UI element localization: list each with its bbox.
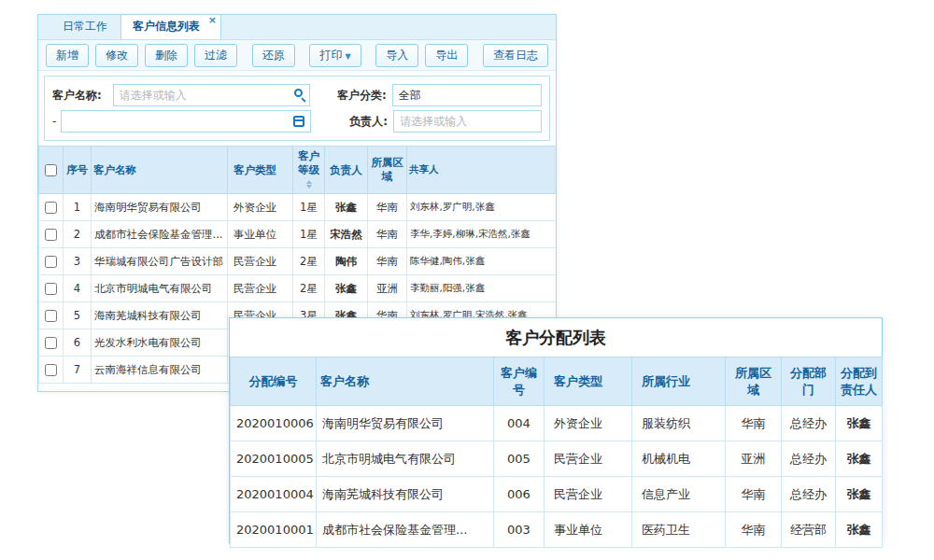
sort-icon[interactable]: [306, 180, 312, 189]
customer-no: 003: [494, 512, 545, 548]
table-header-row: 分配编号 客户名称 客户编号 客户类型 所属行业 所属区域 分配部门 分配到责任…: [231, 357, 883, 406]
customer-name-link[interactable]: 云南海祥信息有限公司: [92, 357, 228, 384]
customer-level: 1星: [293, 194, 325, 221]
checkbox-cell: [39, 329, 64, 357]
alloc-no-link[interactable]: 2020010001: [231, 512, 317, 548]
restore-button[interactable]: 还原: [252, 44, 295, 67]
customer-no: 005: [494, 441, 545, 477]
header-industry: 所属行业: [632, 357, 726, 406]
table-row: 2020010005 北京市明城电气有限公司 005 民营企业 机械机电 亚洲 …: [231, 441, 883, 477]
calendar-icon[interactable]: [293, 116, 304, 127]
toolbar: 新增 修改 删除 过滤 还原 打印▼ 导入 导出 查看日志: [38, 40, 556, 71]
date-input[interactable]: [61, 110, 311, 133]
customer-no: 006: [494, 477, 545, 512]
add-button[interactable]: 新增: [46, 44, 89, 67]
owner-input[interactable]: [393, 110, 542, 133]
owner-link[interactable]: 张鑫: [325, 275, 368, 302]
region: 华南: [726, 406, 782, 441]
close-icon[interactable]: ×: [208, 15, 217, 25]
row-number: 1: [64, 194, 92, 221]
checkbox-cell: [39, 275, 64, 302]
view-log-button[interactable]: 查看日志: [483, 44, 548, 67]
page: 日常工作 客户信息列表 × 新增 修改 删除 过滤 还原 打印▼ 导入 导出 查…: [0, 0, 934, 560]
alloc-no-link[interactable]: 2020010004: [231, 477, 317, 512]
shared-people: 刘东林,罗广明,张鑫: [407, 194, 557, 221]
alloc-no-link[interactable]: 2020010006: [231, 406, 317, 441]
category-select[interactable]: 全部: [392, 84, 542, 106]
table-row: 3 华瑞城有限公司广告设计部 民营企业 2星 陶伟 华南 陈华健,陶伟,张鑫: [39, 248, 557, 275]
tab-label: 日常工作: [63, 20, 107, 33]
search-icon[interactable]: [294, 89, 303, 97]
filter-area: 客户名称: 客户分类: 全部 - 负责人:: [44, 76, 550, 141]
customer-name-link[interactable]: 光发水利水电有限公司: [92, 329, 228, 357]
checkbox-cell: [39, 357, 64, 384]
customer-name-link[interactable]: 成都市社会保险基金管理...: [317, 512, 494, 548]
dept: 经营部: [782, 512, 836, 548]
customer-name-link[interactable]: 北京市明城电气有限公司: [317, 441, 494, 477]
row-checkbox[interactable]: [45, 229, 57, 241]
row-checkbox[interactable]: [45, 364, 57, 376]
delete-button[interactable]: 删除: [145, 44, 188, 67]
industry: 服装纺织: [632, 406, 726, 441]
header-customer-name: 客户名称: [92, 147, 228, 194]
shared-people: 陈华健,陶伟,张鑫: [407, 248, 557, 275]
assignee-link[interactable]: 张鑫: [836, 441, 883, 477]
header-dept: 分配部门: [782, 357, 836, 406]
customer-name-link[interactable]: 成都市社会保险基金管理...: [92, 221, 228, 248]
tab-bar: 日常工作 客户信息列表 ×: [38, 15, 556, 40]
region: 亚洲: [368, 275, 407, 302]
row-checkbox[interactable]: [45, 337, 57, 349]
filter-button[interactable]: 过滤: [194, 44, 237, 67]
row-number: 5: [64, 302, 92, 329]
customer-name-link[interactable]: 海南明华贸易有限公司: [92, 194, 228, 221]
owner-link[interactable]: 陶伟: [325, 248, 368, 275]
customer-name-link[interactable]: 海南明华贸易有限公司: [317, 406, 494, 441]
header-customer-type: 客户类型: [228, 147, 293, 194]
owner-input-wrap: [393, 110, 542, 133]
customer-name-input[interactable]: [113, 84, 310, 106]
edit-button[interactable]: 修改: [95, 44, 138, 67]
table-header-row: 序号 客户名称 客户类型 客户等级 负责人 所属区域 共享人: [39, 147, 557, 194]
allocation-table: 分配编号 客户名称 客户编号 客户类型 所属行业 所属区域 分配部门 分配到责任…: [230, 357, 883, 548]
assignee-link[interactable]: 张鑫: [836, 512, 883, 548]
table-row: 2020010006 海南明华贸易有限公司 004 外资企业 服装纺织 华南 总…: [231, 406, 883, 441]
owner-link[interactable]: 宋浩然: [325, 221, 368, 248]
tab-customer-info-list[interactable]: 客户信息列表 ×: [120, 14, 221, 39]
import-button[interactable]: 导入: [375, 44, 418, 67]
industry: 机械机电: [632, 441, 726, 477]
tab-daily-work[interactable]: 日常工作: [51, 14, 120, 39]
assignee-link[interactable]: 张鑫: [836, 477, 883, 512]
row-checkbox[interactable]: [45, 202, 57, 214]
print-button[interactable]: 打印▼: [309, 44, 361, 67]
print-label: 打印: [319, 49, 342, 62]
shared-people: 李勤丽,阳强,张鑫: [407, 275, 557, 302]
header-customer-level[interactable]: 客户等级: [293, 147, 325, 194]
row-checkbox[interactable]: [45, 310, 57, 322]
region: 亚洲: [726, 441, 782, 477]
table-row: 4 北京市明城电气有限公司 民营企业 2星 张鑫 亚洲 李勤丽,阳强,张鑫: [39, 275, 557, 302]
dept: 总经办: [782, 406, 836, 441]
industry: 医药卫生: [632, 512, 726, 548]
header-owner: 负责人: [325, 147, 368, 194]
customer-name-link[interactable]: 北京市明城电气有限公司: [92, 275, 228, 302]
customer-name-input-wrap: [113, 84, 310, 106]
tab-label: 客户信息列表: [133, 20, 200, 33]
assignee-link[interactable]: 张鑫: [836, 406, 883, 441]
row-checkbox[interactable]: [45, 283, 57, 295]
export-button[interactable]: 导出: [425, 44, 468, 67]
customer-level: 1星: [293, 221, 325, 248]
header-customer-type: 客户类型: [545, 357, 632, 406]
customer-name-link[interactable]: 海南芜城科技有限公司: [92, 302, 228, 329]
customer-name-link[interactable]: 华瑞城有限公司广告设计部: [92, 248, 228, 275]
customer-type: 民营企业: [545, 477, 632, 512]
select-all-checkbox[interactable]: [45, 164, 57, 176]
customer-type: 民营企业: [545, 441, 632, 477]
category-label: 客户分类:: [319, 88, 387, 104]
header-customer-no: 客户编号: [494, 357, 545, 406]
alloc-no-link[interactable]: 2020010005: [231, 441, 317, 477]
row-checkbox[interactable]: [45, 256, 57, 268]
allocation-title: 客户分配列表: [230, 318, 882, 357]
customer-type: 事业单位: [228, 221, 293, 248]
customer-name-link[interactable]: 海南芜城科技有限公司: [317, 477, 494, 512]
owner-link[interactable]: 张鑫: [325, 194, 368, 221]
